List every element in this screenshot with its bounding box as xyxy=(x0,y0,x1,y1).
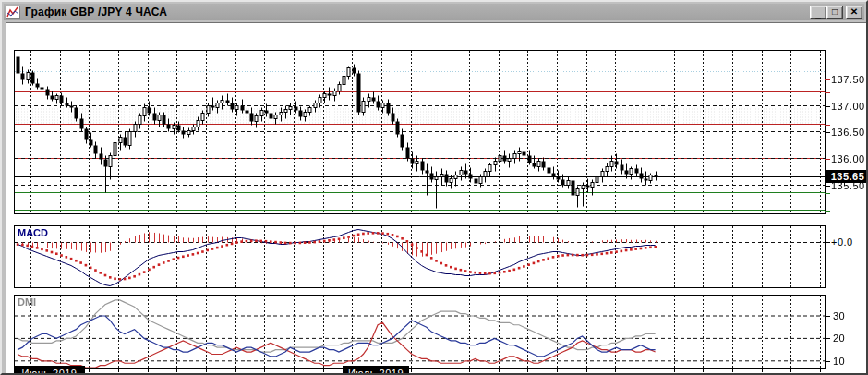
date-tick xyxy=(235,369,236,372)
date-tick xyxy=(645,369,645,372)
date-tick xyxy=(323,369,324,372)
date-tick xyxy=(469,369,470,372)
date-tick xyxy=(89,369,90,372)
macd-label: MACD xyxy=(18,227,48,238)
macd-panel-canvas[interactable] xyxy=(14,225,826,288)
price-axis-label: 136.00 xyxy=(831,153,865,164)
price-axis-label: 137.50 xyxy=(831,74,865,85)
axis-tick xyxy=(825,338,830,339)
date-tick xyxy=(118,369,119,372)
axis-tick xyxy=(825,92,830,93)
date-tick xyxy=(820,369,821,372)
axis-tick xyxy=(825,159,830,160)
window-controls: _ □ ✕ xyxy=(810,6,862,19)
date-tick xyxy=(411,369,412,372)
date-tick xyxy=(176,369,177,372)
axis-tick xyxy=(825,316,830,317)
date-tick xyxy=(264,369,265,372)
dmi-axis-label: 10 xyxy=(833,356,845,367)
current-price-badge: 135.65 xyxy=(826,170,868,183)
axis-tick xyxy=(825,242,830,243)
date-tick xyxy=(148,369,149,372)
date-tick xyxy=(674,369,675,372)
price-axis-label: 136.50 xyxy=(831,127,865,138)
window-title: График GBP /JPY 4 ЧАСА xyxy=(25,6,167,18)
dmi-panel-canvas[interactable] xyxy=(14,295,826,369)
dmi-axis-label: 20 xyxy=(833,333,845,344)
axis-tick xyxy=(825,193,830,194)
date-tick xyxy=(294,369,295,372)
date-tick xyxy=(499,369,500,372)
chart-icon xyxy=(6,6,20,19)
date-tick xyxy=(790,369,791,372)
axis-tick xyxy=(825,361,830,362)
chart-client-area: MACD DMI +0.0 135.65 Июнь 2019 Июль 2019… xyxy=(6,22,866,373)
dmi-axis-label: 30 xyxy=(833,310,845,321)
axis-tick xyxy=(825,125,830,126)
titlebar[interactable]: График GBP /JPY 4 ЧАСА _ □ ✕ xyxy=(4,4,864,20)
close-button[interactable]: ✕ xyxy=(846,6,862,19)
date-tick xyxy=(557,369,558,372)
date-tick xyxy=(527,369,528,372)
date-tick xyxy=(206,369,207,372)
dmi-label: DMI xyxy=(18,296,36,308)
axis-tick xyxy=(825,186,830,187)
date-tick xyxy=(440,369,440,372)
chart-window: График GBP /JPY 4 ЧАСА _ □ ✕ MACD DMI +0… xyxy=(0,0,868,375)
price-axis-label: 137.00 xyxy=(831,101,865,112)
axis-tick xyxy=(825,79,830,80)
month-badge-june: Июнь 2019 xyxy=(14,366,85,375)
date-tick xyxy=(762,369,763,372)
maximize-button[interactable]: □ xyxy=(826,6,843,19)
axis-tick xyxy=(825,211,830,212)
date-tick xyxy=(586,369,587,372)
month-badge-july: Июль 2019 xyxy=(343,366,409,375)
date-tick xyxy=(732,369,733,372)
axis-tick xyxy=(825,106,830,107)
minimize-button[interactable]: _ xyxy=(810,6,826,19)
date-tick xyxy=(615,369,616,372)
axis-tick xyxy=(825,132,830,133)
macd-zero-axis-label: +0.0 xyxy=(831,236,853,248)
date-tick xyxy=(703,369,704,372)
price-chart-canvas[interactable] xyxy=(14,50,826,214)
